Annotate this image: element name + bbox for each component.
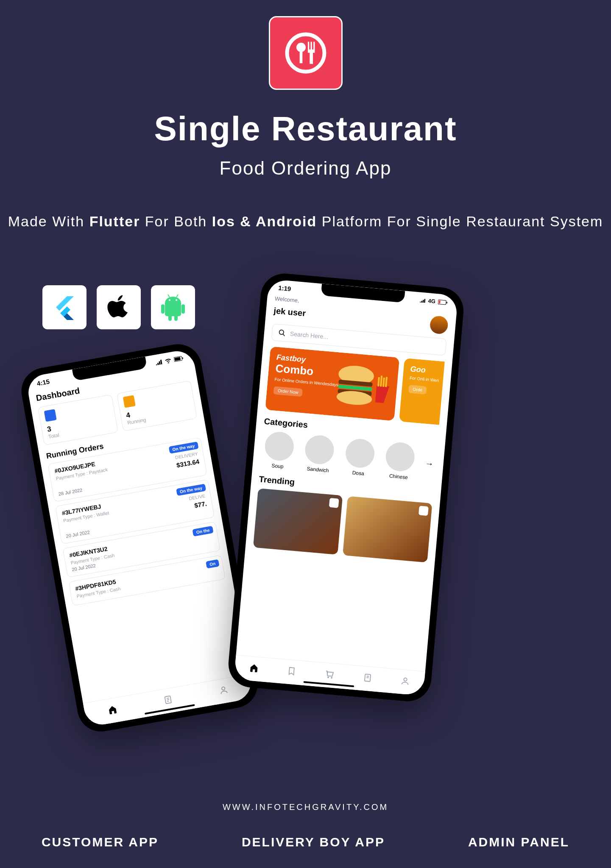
stat-card-total[interactable]: 3 Total <box>38 394 118 445</box>
order-price: $77. <box>194 500 207 509</box>
bottom-nav <box>234 655 425 696</box>
nav-home-icon[interactable] <box>249 663 259 675</box>
svg-point-4 <box>176 299 177 301</box>
svg-point-1 <box>296 43 306 52</box>
phone-mockup-customer: 1:19 4G Welcome, jek user Search Here... <box>226 272 466 703</box>
category-label: Soup <box>260 462 295 470</box>
svg-point-0 <box>287 34 324 72</box>
platform-badges <box>42 285 195 329</box>
trending-item[interactable] <box>253 488 343 555</box>
avatar[interactable] <box>429 315 449 335</box>
box-icon <box>123 395 136 408</box>
nav-cart-icon[interactable] <box>324 669 335 682</box>
website-url: WWW.INFOTECHGRAVITY.COM <box>0 802 611 812</box>
trending-item[interactable] <box>343 496 432 562</box>
category-item[interactable]: Chinese <box>381 441 419 481</box>
stat-card-running[interactable]: 4 Running <box>117 380 197 431</box>
promo-banner[interactable]: Goo For Onli in Wen Orde <box>399 358 445 425</box>
bookmark-icon[interactable] <box>329 498 339 508</box>
desc-text: Platform For Single Restaurant System <box>317 213 603 229</box>
category-item[interactable]: Dosa <box>341 437 379 478</box>
statusbar-icons: 4G <box>419 297 448 306</box>
desc-bold: Flutter <box>89 213 140 229</box>
promo-banner[interactable]: Fastboy Combo For Online Orders in Wende… <box>265 346 399 421</box>
nav-profile-icon[interactable] <box>400 676 410 688</box>
svg-point-24 <box>404 678 407 681</box>
search-placeholder: Search Here... <box>290 330 328 340</box>
svg-rect-21 <box>382 378 385 387</box>
order-button[interactable]: Orde <box>408 385 427 395</box>
category-item[interactable]: Soup <box>260 430 298 470</box>
svg-rect-22 <box>385 377 388 387</box>
svg-rect-11 <box>438 300 441 303</box>
desc-text: For Both <box>140 213 212 229</box>
footer-link: DELIVERY BOY APP <box>242 835 385 849</box>
banner-brand: Goo <box>410 364 445 377</box>
statusbar-time: 1:19 <box>278 284 291 292</box>
bookmark-icon[interactable] <box>418 506 429 516</box>
footer-link: ADMIN PANEL <box>468 835 569 849</box>
nav-orders-icon[interactable] <box>362 673 372 685</box>
category-label: Sandwich <box>300 465 335 474</box>
category-label: Chinese <box>381 472 416 481</box>
signal-label: 4G <box>428 298 436 304</box>
search-icon <box>278 329 286 337</box>
desc-text: Made With <box>8 213 89 229</box>
phone-mockup-dashboard: 4:15 Dashboard 3 Total <box>18 340 262 735</box>
app-logo <box>269 16 343 90</box>
svg-rect-20 <box>380 376 382 387</box>
svg-point-3 <box>169 299 170 301</box>
order-now-button[interactable]: Order Now <box>273 386 303 397</box>
more-arrow-icon[interactable]: → <box>422 457 436 471</box>
footer-link: CUSTOMER APP <box>42 835 159 849</box>
username: jek user <box>273 306 306 318</box>
svg-rect-12 <box>446 301 447 303</box>
android-icon <box>151 285 195 329</box>
page-title: Single Restaurant <box>0 109 611 148</box>
flutter-icon <box>42 285 86 329</box>
page-subtitle: Food Ordering App <box>0 158 611 179</box>
nav-home-icon[interactable] <box>107 704 118 717</box>
footer-links: CUSTOMER APP DELIVERY BOY APP ADMIN PANE… <box>0 835 611 849</box>
banner-subtitle: For Onli in Wen <box>409 375 444 384</box>
svg-rect-2 <box>299 51 302 64</box>
page-description: Made With Flutter For Both Ios & Android… <box>0 210 611 233</box>
svg-rect-6 <box>174 357 181 361</box>
apple-icon <box>97 285 141 329</box>
bag-icon <box>44 409 57 422</box>
category-label: Dosa <box>341 469 376 478</box>
nav-profile-icon[interactable] <box>218 684 229 697</box>
svg-point-9 <box>221 687 225 690</box>
burger-image <box>332 361 395 412</box>
desc-bold: Ios & Android <box>212 213 317 229</box>
status-badge: On <box>206 559 219 569</box>
nav-orders-icon[interactable] <box>163 694 174 707</box>
category-item[interactable]: Sandwich <box>300 434 338 474</box>
svg-rect-7 <box>182 357 183 359</box>
bottom-nav <box>83 674 254 727</box>
svg-rect-19 <box>377 377 380 387</box>
nav-bookmark-icon[interactable] <box>287 666 297 679</box>
statusbar-time: 4:15 <box>36 378 50 387</box>
